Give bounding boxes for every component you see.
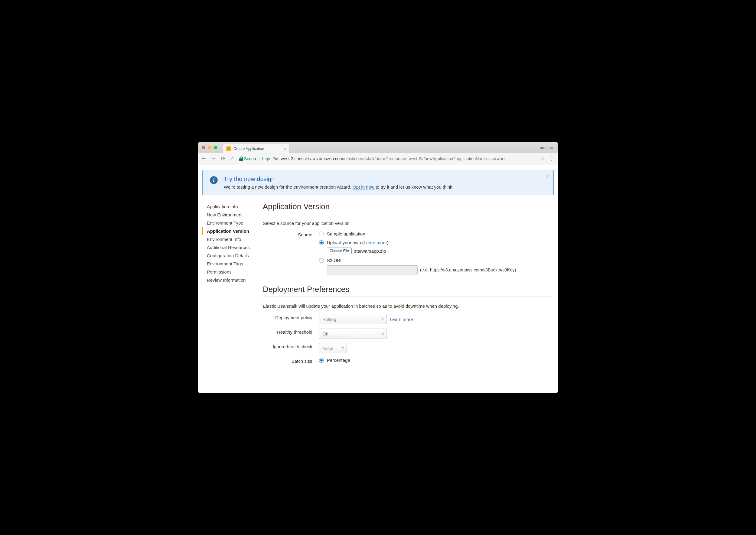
healthy-threshold-select[interactable]: Ok: [319, 328, 387, 339]
s3-url-hint: (e.g. https://s3.amazonaws.com/s3Bucket/…: [420, 268, 516, 272]
radio-sample-application[interactable]: [319, 232, 324, 236]
close-window-icon[interactable]: [202, 146, 205, 149]
ignore-health-check-label: Ignore health check:: [263, 343, 319, 349]
sidebar-item-permissions[interactable]: Permissions: [202, 268, 263, 276]
browser-window: Create Application × prosper ← → ⟳ ⌂ Sec…: [198, 142, 558, 393]
opt-in-link[interactable]: Opt in now: [353, 184, 374, 190]
deployment-policy-learn-more-link[interactable]: Learn more: [390, 317, 413, 322]
bookmark-icon[interactable]: ☆: [540, 155, 545, 162]
window-controls: [200, 146, 218, 149]
forward-icon[interactable]: →: [210, 155, 217, 162]
info-banner: i × Try the new design We're testing a n…: [202, 170, 554, 195]
sidebar-item-new-environment[interactable]: New Environment: [202, 211, 263, 219]
url-box[interactable]: Secure | https://us-west-2.console.aws.a…: [239, 156, 537, 161]
radio-upload-your-own[interactable]: [319, 240, 324, 245]
banner-body: We're testing a new design for the envir…: [224, 184, 547, 189]
deployment-intro: Elastic Beanstalk will update your appli…: [263, 303, 551, 309]
address-bar: ← → ⟳ ⌂ Secure | https://us-west-2.conso…: [198, 153, 558, 164]
browser-tab[interactable]: Create Application ×: [223, 144, 289, 153]
sidebar-item-environment-info[interactable]: Environment Info: [202, 235, 263, 243]
radio-s3-label: S3 URL: [327, 258, 343, 263]
back-icon[interactable]: ←: [200, 155, 207, 162]
deployment-policy-label: Deployment policy:: [263, 314, 319, 320]
radio-sample-label: Sample application: [327, 231, 365, 236]
main-panel: Application Version Select a source for …: [263, 202, 554, 368]
sidebar-item-additional-resources[interactable]: Additional Resources: [202, 243, 263, 251]
sidebar-item-review-information[interactable]: Review Information: [202, 276, 263, 284]
choose-file-button[interactable]: Choose File: [327, 247, 352, 254]
banner-close-icon[interactable]: ×: [545, 173, 549, 180]
info-icon: i: [210, 176, 218, 184]
s3-url-input[interactable]: [327, 266, 418, 274]
tab-bar: Create Application × prosper: [198, 142, 558, 153]
section-title-deployment: Deployment Preferences: [263, 285, 551, 297]
banner-title: Try the new design: [224, 176, 547, 183]
radio-s3-url[interactable]: [319, 258, 324, 263]
home-icon[interactable]: ⌂: [229, 155, 236, 162]
sidebar-item-application-info[interactable]: Application Info: [202, 203, 263, 211]
deployment-policy-select[interactable]: Rolling: [319, 314, 387, 324]
sidebar-item-application-version[interactable]: Application Version: [202, 227, 263, 235]
section-title-version: Application Version: [263, 202, 551, 214]
secure-badge: Secure: [239, 156, 257, 161]
browser-profile[interactable]: prosper: [540, 145, 556, 150]
healthy-threshold-label: Healthy threshold:: [263, 328, 319, 335]
url-text: https://us-west-2.console.aws.amazon.com…: [262, 156, 509, 161]
source-label: Source:: [263, 231, 319, 237]
lock-icon: [239, 156, 243, 161]
maximize-window-icon[interactable]: [214, 146, 218, 149]
wizard-sidebar: Application Info New Environment Environ…: [202, 202, 263, 368]
favicon-icon: [226, 146, 231, 151]
tab-close-icon[interactable]: ×: [284, 146, 286, 151]
batch-size-label: Batch size:: [263, 357, 319, 364]
tab-title: Create Application: [233, 147, 264, 151]
radio-batch-percentage[interactable]: [319, 358, 324, 363]
secure-label: Secure: [244, 156, 257, 161]
minimize-window-icon[interactable]: [208, 146, 211, 149]
sidebar-item-configuration-details[interactable]: Configuration Details: [202, 251, 263, 260]
radio-batch-percentage-label: Percentage: [327, 357, 350, 363]
page-content: i × Try the new design We're testing a n…: [198, 164, 558, 393]
radio-upload-label: Upload your own (Learn more): [327, 240, 388, 245]
source-radio-group: Sample application Upload your own (Lear…: [319, 231, 516, 274]
upload-learn-more-link[interactable]: Learn more: [364, 240, 387, 245]
reload-icon[interactable]: ⟳: [220, 155, 226, 162]
sidebar-item-environment-type[interactable]: Environment Type: [202, 219, 263, 227]
sidebar-item-environment-tags[interactable]: Environment Tags: [202, 260, 263, 268]
menu-icon[interactable]: ⋮: [548, 155, 556, 162]
uploaded-filename: starwarsapp.zip: [354, 248, 386, 254]
ignore-health-check-select[interactable]: False: [319, 343, 347, 353]
version-intro: Select a source for your application ver…: [263, 221, 551, 226]
